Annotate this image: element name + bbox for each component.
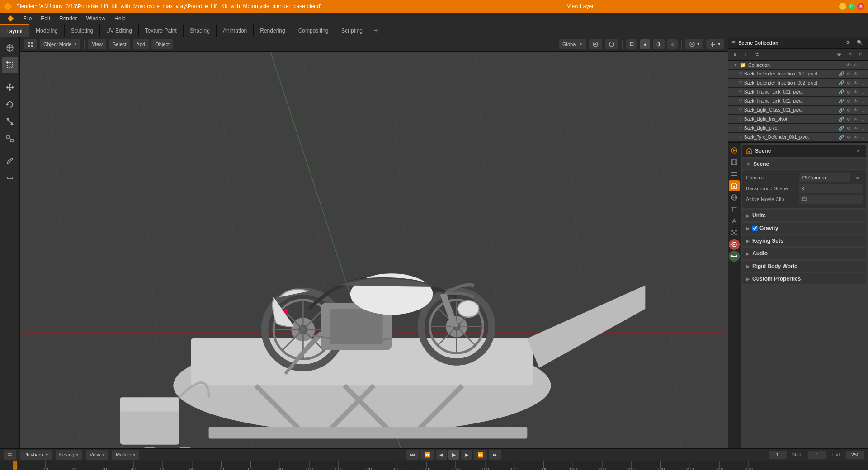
prop-tab-render[interactable] xyxy=(729,145,740,156)
tab-modeling[interactable]: Modeling xyxy=(29,24,65,37)
view-menu[interactable]: View ▾ xyxy=(86,450,108,460)
prop-tab-world[interactable] xyxy=(729,192,740,203)
tab-compositing[interactable]: Compositing xyxy=(292,24,335,37)
close-button[interactable]: ✕ xyxy=(857,3,864,10)
tab-texture-paint[interactable]: Texture Paint xyxy=(139,24,184,37)
end-frame-input[interactable]: 250 xyxy=(846,451,864,459)
tab-sculpting[interactable]: Sculpting xyxy=(65,24,100,37)
menu-file[interactable]: File xyxy=(19,14,36,23)
keying-menu[interactable]: Keying ▾ xyxy=(56,450,83,460)
wireframe-shading-btn[interactable]: ⊡ xyxy=(626,39,637,49)
lookdev-shading-btn[interactable]: ◑ xyxy=(653,39,665,49)
gravity-section-header[interactable]: ▶ Gravity xyxy=(742,223,866,234)
proportional-editing[interactable] xyxy=(605,39,618,49)
minimize-button[interactable]: – xyxy=(839,3,846,10)
menu-window[interactable]: Window xyxy=(81,14,110,23)
jump-start-btn[interactable]: ⏮ xyxy=(406,450,419,460)
outliner-row-3[interactable]: ▽ Back_Frame_Link_002_pivot 🔗 ⊙ 👁 □ xyxy=(728,97,868,106)
snap-options[interactable] xyxy=(589,39,602,49)
add-menu-button[interactable]: Add xyxy=(133,39,149,49)
prop-tab-modifier[interactable] xyxy=(729,216,740,226)
gizmo-button[interactable]: ▾ xyxy=(706,39,724,49)
units-section-header[interactable]: ▶ Units xyxy=(742,210,866,221)
select-cursor-tool[interactable] xyxy=(2,40,18,56)
scene-section-header[interactable]: ▼ Scene xyxy=(742,159,866,169)
object-menu-button[interactable]: Object xyxy=(151,39,173,49)
outliner-row-0[interactable]: ▽ Back_Defender_Insertion_001_pivot 🔗 ⊙ … xyxy=(728,70,868,79)
current-frame-input[interactable]: 1 xyxy=(769,451,787,459)
tab-layout[interactable]: Layout xyxy=(0,24,29,37)
maximize-button[interactable]: □ xyxy=(848,3,855,10)
jump-next-keyframe-btn[interactable]: ⏩ xyxy=(474,450,487,460)
prop-tab-scene[interactable] xyxy=(729,180,740,191)
outliner-hide-col[interactable]: □ xyxy=(856,50,865,59)
menu-render[interactable]: Render xyxy=(55,14,81,23)
outliner-row-6[interactable]: ▽ Back_Light_pivot 🔗 ⊙ 👁 □ xyxy=(728,124,868,133)
prop-tab-physics[interactable] xyxy=(729,239,740,250)
tab-shading[interactable]: Shading xyxy=(184,24,217,37)
play-btn[interactable]: ▶ xyxy=(448,450,459,460)
select-menu-button[interactable]: Select xyxy=(109,39,130,49)
prop-tab-view-layer[interactable] xyxy=(729,169,740,179)
collection-sel[interactable]: ⊙ xyxy=(853,62,859,67)
gravity-checkbox[interactable] xyxy=(752,226,758,231)
prop-tab-particles[interactable] xyxy=(729,227,740,238)
menu-help[interactable]: Help xyxy=(110,14,130,23)
jump-prev-keyframe-btn[interactable]: ⏪ xyxy=(420,450,434,460)
custom-properties-section-header[interactable]: ▶ Custom Properties xyxy=(742,273,866,284)
active-movie-clip-value[interactable] xyxy=(799,195,863,204)
prop-tab-constraints[interactable] xyxy=(729,251,740,262)
collection-eye[interactable]: 👁 xyxy=(845,62,852,67)
scale-tool[interactable] xyxy=(2,113,18,130)
menu-edit[interactable]: Edit xyxy=(36,14,55,23)
viewport[interactable]: Object Mode ▾ View Select Add Object Glo… xyxy=(20,37,728,448)
outliner-row-5[interactable]: ▽ Back_Light_Ins_pivot 🔗 ⊙ 👁 □ xyxy=(728,115,868,124)
camera-edit-btn[interactable]: ✏ xyxy=(854,173,863,182)
prop-tab-object[interactable] xyxy=(729,204,740,215)
object-mode-button[interactable]: Object Mode ▾ xyxy=(40,39,80,49)
outliner-select-col[interactable]: ⊙ xyxy=(845,50,854,59)
rigid-body-world-section-header[interactable]: ▶ Rigid Body World xyxy=(742,261,866,272)
background-scene-value[interactable] xyxy=(799,184,863,193)
audio-section-header[interactable]: ▶ Audio xyxy=(742,248,866,259)
tab-uv-editing[interactable]: UV Editing xyxy=(100,24,139,37)
properties-close-btn[interactable]: ✕ xyxy=(854,146,863,155)
playback-menu[interactable]: Playback ▾ xyxy=(20,450,52,460)
solid-shading-btn[interactable]: ● xyxy=(640,39,651,49)
timeline-ruler[interactable]: 1 10 20 30 40 50 60 70 80 90 100 110 xyxy=(0,461,868,470)
outliner-search-btn[interactable]: 🔍 xyxy=(855,38,864,47)
step-forward-btn[interactable]: ▶ xyxy=(461,450,472,460)
view-menu-button[interactable]: View xyxy=(88,39,106,49)
outliner-row-7[interactable]: ▽ Back_Tyre_Defender_001_pivot 🔗 ⊙ 👁 □ xyxy=(728,133,868,142)
outliner-row-1[interactable]: ▽ Back_Defender_Insertion_002_pivot 🔗 ⊙ … xyxy=(728,79,868,88)
move-tool[interactable] xyxy=(2,79,18,95)
menu-blender[interactable]: 🔶 xyxy=(3,14,19,23)
outliner-filter2-btn[interactable]: ⚗ xyxy=(752,50,761,59)
outliner-sort-btn[interactable]: ↕ xyxy=(741,50,750,59)
annotate-tool[interactable] xyxy=(2,153,18,169)
tab-animation[interactable]: Animation xyxy=(217,24,254,37)
global-local-button[interactable]: Global ▾ xyxy=(559,39,586,49)
transform-tool[interactable] xyxy=(2,131,18,147)
tab-rendering[interactable]: Rendering xyxy=(254,24,292,37)
tab-scripting[interactable]: Scripting xyxy=(335,24,369,37)
marker-menu[interactable]: Marker ▾ xyxy=(112,450,139,460)
outliner-filter-btn[interactable]: ⚙ xyxy=(844,38,853,47)
editor-type-button[interactable] xyxy=(24,39,37,49)
rotate-tool[interactable] xyxy=(2,96,18,113)
outliner-row-8[interactable]: ▽ Belt_001_pivot 🔗 ⊙ 👁 □ xyxy=(728,142,868,142)
keying-sets-section-header[interactable]: ▶ Keying Sets xyxy=(742,235,866,246)
rendered-shading-btn[interactable]: ○ xyxy=(667,39,678,49)
measure-tool[interactable] xyxy=(2,170,18,186)
select-box-tool[interactable] xyxy=(2,57,18,73)
collection-hide[interactable]: □ xyxy=(860,62,866,67)
outliner-row-2[interactable]: ▽ Back_Frame_Link_001_pivot 🔗 ⊙ 👁 □ xyxy=(728,88,868,97)
overlay-button[interactable]: ▾ xyxy=(685,39,703,49)
outliner-all-btn[interactable]: ≡ xyxy=(731,50,740,59)
jump-end-btn[interactable]: ⏭ xyxy=(489,450,501,460)
step-back-btn[interactable]: ◀ xyxy=(436,450,447,460)
outliner-row-4[interactable]: ▽ Back_Light_Glass_001_pivot 🔗 ⊙ 👁 □ xyxy=(728,106,868,115)
prop-tab-output[interactable] xyxy=(729,157,740,168)
camera-value[interactable]: Camera xyxy=(799,173,850,182)
outliner-eye-col[interactable]: 👁 xyxy=(835,50,844,59)
